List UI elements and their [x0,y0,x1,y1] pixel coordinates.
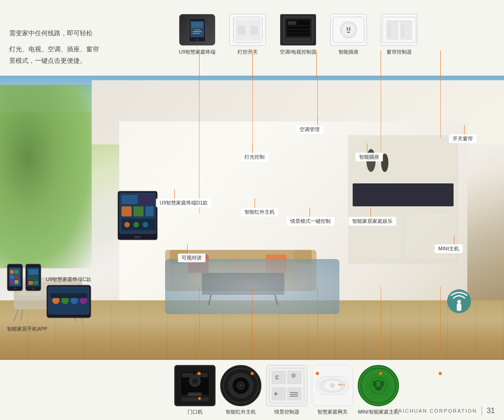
dot-mini [439,372,442,375]
svg-point-133 [343,384,345,386]
ir-in-line [255,199,255,209]
dot-door [198,372,201,375]
product-u9-terminal: U9智慧家庭终端 [179,14,216,55]
smart-socket-label: 智能插座 [338,49,359,55]
annotation-entertainment: 智能家居家庭娱乐 [349,217,396,226]
svg-point-132 [341,384,343,386]
svg-rect-24 [349,27,350,31]
svg-rect-87 [10,275,14,279]
socket-vline [381,76,381,156]
page-number: 31 [487,407,495,415]
svg-point-3 [196,39,198,41]
u9-device-d1 [117,190,158,241]
svg-rect-81 [50,293,87,298]
switch-connector-line [252,50,253,78]
svg-rect-110 [182,373,194,377]
desc-line3: 景模式，一键点击更便捷。 [9,55,156,66]
left-description: 需变家中任何线路，即可轻松 灯光、电视、空调、插座、窗帘 景模式，一键点击更便捷… [9,28,156,67]
svg-rect-65 [140,195,154,204]
dot-gw [379,372,382,375]
smart-socket-icon [330,14,367,46]
product-light-switch: 灯控开关 [229,14,266,55]
switch-vline [252,76,253,156]
svg-rect-67 [133,206,144,216]
svg-rect-6 [193,33,200,34]
svg-point-131 [338,384,340,386]
scene-ctrl-icon [266,365,307,406]
svg-rect-123 [290,392,298,393]
ir-host-label: 智能红外主机 [226,409,256,415]
annotation-curtain: 开关窗帘 [449,134,476,143]
desc-line1: 需变家中任何线路，即可轻松 [9,28,156,39]
remote-icon [447,289,472,314]
svg-point-22 [342,23,355,36]
socket-connector-line [381,50,381,78]
svg-rect-25 [347,32,350,33]
annotation-ac-mgmt: 空调管理 [296,125,323,134]
svg-rect-88 [15,275,18,279]
svg-rect-66 [122,206,132,216]
entertainment-line [371,208,371,218]
ac-vline [317,76,318,126]
svg-rect-15 [288,21,296,25]
product-smart-socket: 智能插座 [330,14,367,55]
dot-ir [251,372,254,375]
ir-host-icon [220,365,261,406]
dot-scene [316,372,319,375]
svg-point-122 [291,373,296,378]
u9-tablet-c [46,284,92,319]
u9-terminal-label: U9智慧家庭终端 [179,49,216,55]
curtain-ctrl-label: 窗帘控制器 [387,49,412,55]
svg-point-116 [239,384,242,387]
door-phone-icon [174,365,216,406]
svg-rect-19 [286,39,311,41]
svg-rect-2 [192,22,203,28]
svg-point-135 [366,373,391,398]
mini-host-line [454,235,454,245]
svg-point-71 [133,222,139,227]
product-scene-ctrl: 情景控制器 [266,365,307,415]
scene-line [310,208,310,218]
curtain-line [464,125,465,135]
svg-rect-108 [181,398,209,401]
svg-rect-141 [377,380,380,381]
svg-point-130 [332,385,333,387]
svg-rect-120 [272,387,286,400]
page-footer: TAICHUAN CORPORATION 31 [395,406,495,415]
annotation-smart-socket-in: 智能插座 [355,153,383,161]
svg-rect-118 [272,371,286,384]
u9-vline [199,76,199,213]
svg-point-72 [143,222,148,227]
svg-rect-11 [250,26,258,35]
intercom-line [187,244,188,254]
product-curtain-ctrl: 窗帘控制器 [381,14,417,55]
svg-rect-10 [238,26,245,35]
gateway-label: 智慧家庭网关 [317,409,348,415]
svg-point-70 [124,222,130,227]
light-switch-icon [229,14,266,46]
annotation-u9-d1: U9智慧家庭终端D1款 [156,199,211,207]
svg-rect-124 [290,394,298,395]
svg-rect-95 [28,269,38,275]
ac-connector-line [316,50,317,78]
svg-rect-102 [457,304,461,311]
svg-line-36 [14,309,18,321]
u9-vline-bottom [199,287,199,360]
annotation-intercom: 可视对讲 [178,254,205,262]
svg-rect-90 [15,280,18,284]
annotation-light-ctrl: 灯光控制 [241,153,268,161]
u9-terminal-icon [179,14,216,46]
svg-rect-107 [188,392,202,396]
u9-d1-line [174,189,175,199]
gw-vline-bottom [381,287,381,360]
ir-vline-bottom [252,287,253,360]
svg-rect-111 [195,373,208,377]
svg-rect-5 [193,31,202,32]
svg-point-109 [198,397,201,400]
product-ac-tv: 空调/电视控制器 [280,14,316,55]
svg-rect-85 [10,270,14,274]
brand-name: TAICHUAN CORPORATION [395,408,477,414]
svg-rect-89 [10,280,14,284]
svg-rect-86 [15,270,18,274]
footer-divider [482,406,482,415]
